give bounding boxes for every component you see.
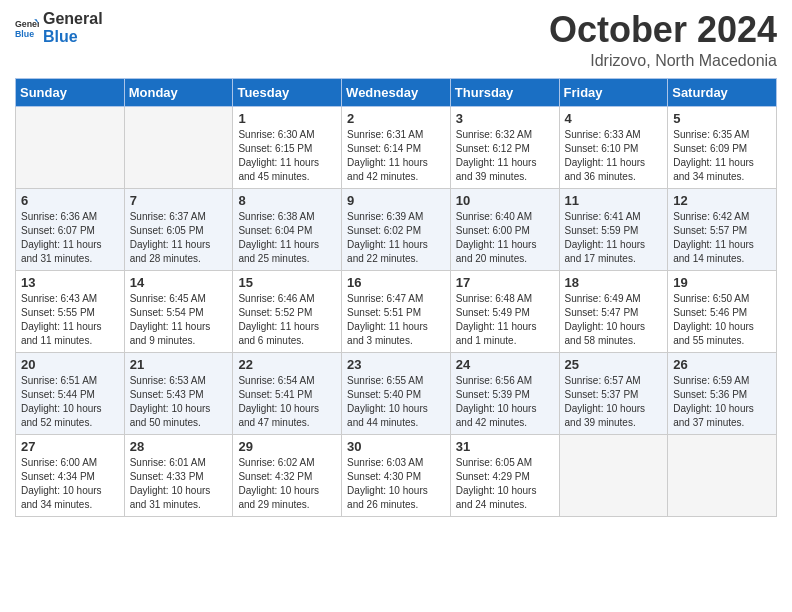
logo-icon: General Blue: [15, 16, 39, 40]
calendar-cell: 29Sunrise: 6:02 AMSunset: 4:32 PMDayligh…: [233, 434, 342, 516]
calendar-cell: 31Sunrise: 6:05 AMSunset: 4:29 PMDayligh…: [450, 434, 559, 516]
calendar-cell: 1Sunrise: 6:30 AMSunset: 6:15 PMDaylight…: [233, 106, 342, 188]
calendar-week-2: 6Sunrise: 6:36 AMSunset: 6:07 PMDaylight…: [16, 188, 777, 270]
cell-info: Sunrise: 6:01 AMSunset: 4:33 PMDaylight:…: [130, 456, 228, 512]
cell-info: Sunrise: 6:57 AMSunset: 5:37 PMDaylight:…: [565, 374, 663, 430]
cell-info: Sunrise: 6:42 AMSunset: 5:57 PMDaylight:…: [673, 210, 771, 266]
day-number: 30: [347, 439, 445, 454]
month-title: October 2024: [549, 10, 777, 50]
logo-blue-text: Blue: [43, 28, 103, 46]
weekday-header-friday: Friday: [559, 78, 668, 106]
day-number: 14: [130, 275, 228, 290]
day-number: 22: [238, 357, 336, 372]
calendar-cell: [16, 106, 125, 188]
logo: General Blue General Blue: [15, 10, 103, 45]
calendar-cell: [124, 106, 233, 188]
weekday-header-monday: Monday: [124, 78, 233, 106]
calendar-cell: 5Sunrise: 6:35 AMSunset: 6:09 PMDaylight…: [668, 106, 777, 188]
calendar-table: SundayMondayTuesdayWednesdayThursdayFrid…: [15, 78, 777, 517]
cell-info: Sunrise: 6:47 AMSunset: 5:51 PMDaylight:…: [347, 292, 445, 348]
day-number: 9: [347, 193, 445, 208]
cell-info: Sunrise: 6:37 AMSunset: 6:05 PMDaylight:…: [130, 210, 228, 266]
weekday-header-sunday: Sunday: [16, 78, 125, 106]
calendar-cell: 19Sunrise: 6:50 AMSunset: 5:46 PMDayligh…: [668, 270, 777, 352]
title-block: October 2024 Idrizovo, North Macedonia: [549, 10, 777, 70]
weekday-header-thursday: Thursday: [450, 78, 559, 106]
calendar-cell: 9Sunrise: 6:39 AMSunset: 6:02 PMDaylight…: [342, 188, 451, 270]
cell-info: Sunrise: 6:41 AMSunset: 5:59 PMDaylight:…: [565, 210, 663, 266]
calendar-cell: 7Sunrise: 6:37 AMSunset: 6:05 PMDaylight…: [124, 188, 233, 270]
calendar-week-5: 27Sunrise: 6:00 AMSunset: 4:34 PMDayligh…: [16, 434, 777, 516]
calendar-cell: 2Sunrise: 6:31 AMSunset: 6:14 PMDaylight…: [342, 106, 451, 188]
day-number: 2: [347, 111, 445, 126]
day-number: 12: [673, 193, 771, 208]
cell-info: Sunrise: 6:48 AMSunset: 5:49 PMDaylight:…: [456, 292, 554, 348]
cell-info: Sunrise: 6:40 AMSunset: 6:00 PMDaylight:…: [456, 210, 554, 266]
cell-info: Sunrise: 6:54 AMSunset: 5:41 PMDaylight:…: [238, 374, 336, 430]
calendar-cell: 11Sunrise: 6:41 AMSunset: 5:59 PMDayligh…: [559, 188, 668, 270]
cell-info: Sunrise: 6:03 AMSunset: 4:30 PMDaylight:…: [347, 456, 445, 512]
calendar-cell: 23Sunrise: 6:55 AMSunset: 5:40 PMDayligh…: [342, 352, 451, 434]
calendar-cell: [668, 434, 777, 516]
day-number: 11: [565, 193, 663, 208]
day-number: 23: [347, 357, 445, 372]
cell-info: Sunrise: 6:55 AMSunset: 5:40 PMDaylight:…: [347, 374, 445, 430]
calendar-cell: 8Sunrise: 6:38 AMSunset: 6:04 PMDaylight…: [233, 188, 342, 270]
day-number: 6: [21, 193, 119, 208]
day-number: 25: [565, 357, 663, 372]
cell-info: Sunrise: 6:43 AMSunset: 5:55 PMDaylight:…: [21, 292, 119, 348]
calendar-cell: 17Sunrise: 6:48 AMSunset: 5:49 PMDayligh…: [450, 270, 559, 352]
calendar-cell: 6Sunrise: 6:36 AMSunset: 6:07 PMDaylight…: [16, 188, 125, 270]
cell-info: Sunrise: 6:32 AMSunset: 6:12 PMDaylight:…: [456, 128, 554, 184]
cell-info: Sunrise: 6:36 AMSunset: 6:07 PMDaylight:…: [21, 210, 119, 266]
day-number: 10: [456, 193, 554, 208]
day-number: 24: [456, 357, 554, 372]
cell-info: Sunrise: 6:50 AMSunset: 5:46 PMDaylight:…: [673, 292, 771, 348]
calendar-cell: 3Sunrise: 6:32 AMSunset: 6:12 PMDaylight…: [450, 106, 559, 188]
day-number: 7: [130, 193, 228, 208]
calendar-cell: 16Sunrise: 6:47 AMSunset: 5:51 PMDayligh…: [342, 270, 451, 352]
day-number: 21: [130, 357, 228, 372]
day-number: 28: [130, 439, 228, 454]
cell-info: Sunrise: 6:49 AMSunset: 5:47 PMDaylight:…: [565, 292, 663, 348]
cell-info: Sunrise: 6:05 AMSunset: 4:29 PMDaylight:…: [456, 456, 554, 512]
day-number: 26: [673, 357, 771, 372]
cell-info: Sunrise: 6:33 AMSunset: 6:10 PMDaylight:…: [565, 128, 663, 184]
location-title: Idrizovo, North Macedonia: [549, 52, 777, 70]
day-number: 4: [565, 111, 663, 126]
day-number: 31: [456, 439, 554, 454]
calendar-cell: 26Sunrise: 6:59 AMSunset: 5:36 PMDayligh…: [668, 352, 777, 434]
day-number: 1: [238, 111, 336, 126]
calendar-cell: 24Sunrise: 6:56 AMSunset: 5:39 PMDayligh…: [450, 352, 559, 434]
calendar-cell: 22Sunrise: 6:54 AMSunset: 5:41 PMDayligh…: [233, 352, 342, 434]
weekday-header-tuesday: Tuesday: [233, 78, 342, 106]
day-number: 18: [565, 275, 663, 290]
day-number: 5: [673, 111, 771, 126]
calendar-week-1: 1Sunrise: 6:30 AMSunset: 6:15 PMDaylight…: [16, 106, 777, 188]
cell-info: Sunrise: 6:35 AMSunset: 6:09 PMDaylight:…: [673, 128, 771, 184]
cell-info: Sunrise: 6:46 AMSunset: 5:52 PMDaylight:…: [238, 292, 336, 348]
cell-info: Sunrise: 6:56 AMSunset: 5:39 PMDaylight:…: [456, 374, 554, 430]
calendar-cell: 14Sunrise: 6:45 AMSunset: 5:54 PMDayligh…: [124, 270, 233, 352]
calendar-week-3: 13Sunrise: 6:43 AMSunset: 5:55 PMDayligh…: [16, 270, 777, 352]
day-number: 8: [238, 193, 336, 208]
cell-info: Sunrise: 6:51 AMSunset: 5:44 PMDaylight:…: [21, 374, 119, 430]
day-number: 3: [456, 111, 554, 126]
header-row: SundayMondayTuesdayWednesdayThursdayFrid…: [16, 78, 777, 106]
cell-info: Sunrise: 6:30 AMSunset: 6:15 PMDaylight:…: [238, 128, 336, 184]
cell-info: Sunrise: 6:00 AMSunset: 4:34 PMDaylight:…: [21, 456, 119, 512]
cell-info: Sunrise: 6:59 AMSunset: 5:36 PMDaylight:…: [673, 374, 771, 430]
page: General Blue General Blue October 2024 I…: [0, 0, 792, 612]
day-number: 16: [347, 275, 445, 290]
calendar-cell: 28Sunrise: 6:01 AMSunset: 4:33 PMDayligh…: [124, 434, 233, 516]
day-number: 13: [21, 275, 119, 290]
calendar-cell: 30Sunrise: 6:03 AMSunset: 4:30 PMDayligh…: [342, 434, 451, 516]
calendar-cell: 13Sunrise: 6:43 AMSunset: 5:55 PMDayligh…: [16, 270, 125, 352]
weekday-header-saturday: Saturday: [668, 78, 777, 106]
day-number: 27: [21, 439, 119, 454]
calendar-cell: 10Sunrise: 6:40 AMSunset: 6:00 PMDayligh…: [450, 188, 559, 270]
cell-info: Sunrise: 6:53 AMSunset: 5:43 PMDaylight:…: [130, 374, 228, 430]
calendar-week-4: 20Sunrise: 6:51 AMSunset: 5:44 PMDayligh…: [16, 352, 777, 434]
calendar-cell: 20Sunrise: 6:51 AMSunset: 5:44 PMDayligh…: [16, 352, 125, 434]
logo-general-text: General: [43, 10, 103, 28]
